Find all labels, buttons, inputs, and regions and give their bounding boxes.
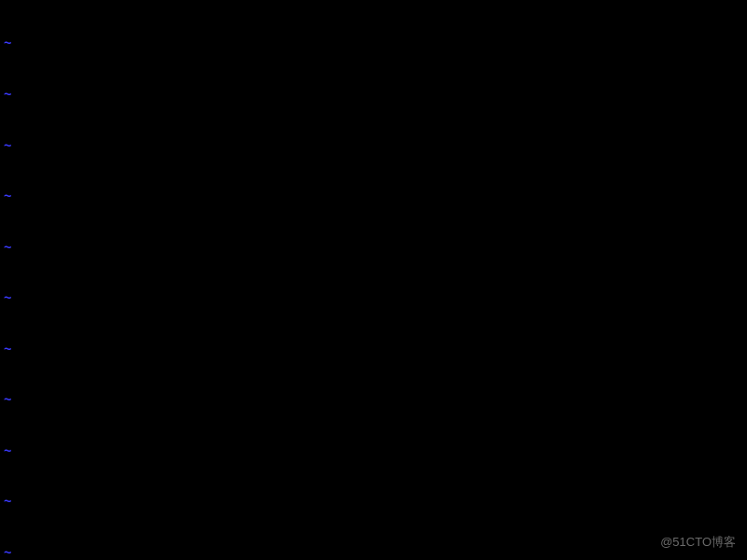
watermark-text: @51CTO博客 [660,535,736,551]
vim-tilde: ~ [4,138,743,155]
vim-tilde: ~ [4,494,743,511]
vim-tilde: ~ [4,240,743,257]
vim-tilde: ~ [4,392,743,409]
terminal-view[interactable]: ~ ~ ~ ~ ~ ~ ~ ~ ~ ~ ~ ~ ~ ~ ~ ~ ~ ~ "Doc… [0,0,747,560]
vim-tilde: ~ [4,87,743,104]
vim-tilde: ~ [4,342,743,358]
vim-tilde: ~ [4,189,743,205]
vim-tilde: ~ [4,545,743,560]
vim-tilde: ~ [4,443,743,460]
vim-tilde: ~ [4,290,743,307]
vim-tilde: ~ [4,35,743,52]
